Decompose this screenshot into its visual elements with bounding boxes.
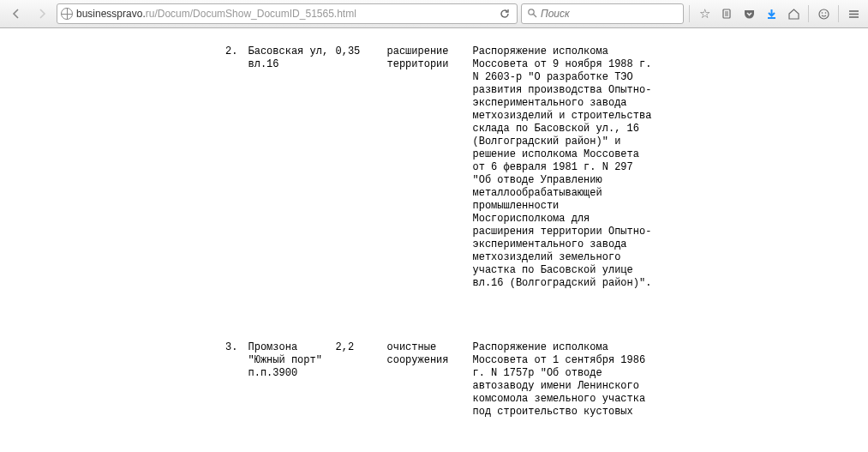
- address-cell: Басовская ул, вл.16: [242, 45, 336, 290]
- search-icon: [527, 8, 537, 21]
- forward-button: [31, 3, 53, 25]
- browser-toolbar: businesspravo.ru/Docum/DocumShow_DocumID…: [0, 0, 868, 28]
- star-icon[interactable]: ☆: [695, 4, 714, 23]
- search-bar[interactable]: [521, 3, 684, 24]
- smiley-icon[interactable]: [814, 4, 833, 23]
- url-text: businesspravo.ru/Docum/DocumShow_DocumID…: [76, 8, 493, 20]
- document-content: 2. Басовская ул, вл.16 0,35 расширение т…: [0, 28, 868, 419]
- document-cell: Распоряжение исполкома Моссовета от 1 се…: [473, 341, 653, 419]
- separator: [838, 5, 839, 22]
- back-button[interactable]: [5, 3, 27, 25]
- clipboard-icon[interactable]: [717, 4, 736, 23]
- home-icon[interactable]: [784, 4, 803, 23]
- value-cell: 0,35: [336, 45, 387, 290]
- svg-point-7: [819, 9, 829, 19]
- table-row: 2. Басовская ул, вл.16 0,35 расширение т…: [216, 45, 653, 290]
- reload-button[interactable]: [496, 5, 513, 22]
- svg-point-8: [821, 12, 823, 14]
- globe-icon: [61, 8, 73, 20]
- svg-point-0: [529, 9, 534, 14]
- svg-line-1: [534, 14, 537, 17]
- separator: [808, 5, 809, 22]
- separator: [689, 5, 690, 22]
- url-bar[interactable]: businesspravo.ru/Docum/DocumShow_DocumID…: [57, 3, 518, 24]
- svg-point-9: [824, 12, 826, 14]
- row-number: 2.: [216, 45, 242, 290]
- pocket-icon[interactable]: [739, 4, 758, 23]
- download-icon[interactable]: [762, 4, 781, 23]
- row-number: 3.: [216, 341, 242, 419]
- search-input[interactable]: [541, 8, 678, 20]
- document-cell: Распоряжение исполкома Моссовета от 9 но…: [473, 45, 653, 290]
- table-row: 3. Промзона "Южный порт" п.п.3900 2,2 оч…: [216, 341, 653, 419]
- menu-icon[interactable]: [844, 4, 863, 23]
- purpose-cell: очистные сооружения: [387, 341, 473, 419]
- value-cell: 2,2: [336, 341, 387, 419]
- address-cell: Промзона "Южный порт" п.п.3900: [242, 341, 336, 419]
- purpose-cell: расширение территории: [387, 45, 473, 290]
